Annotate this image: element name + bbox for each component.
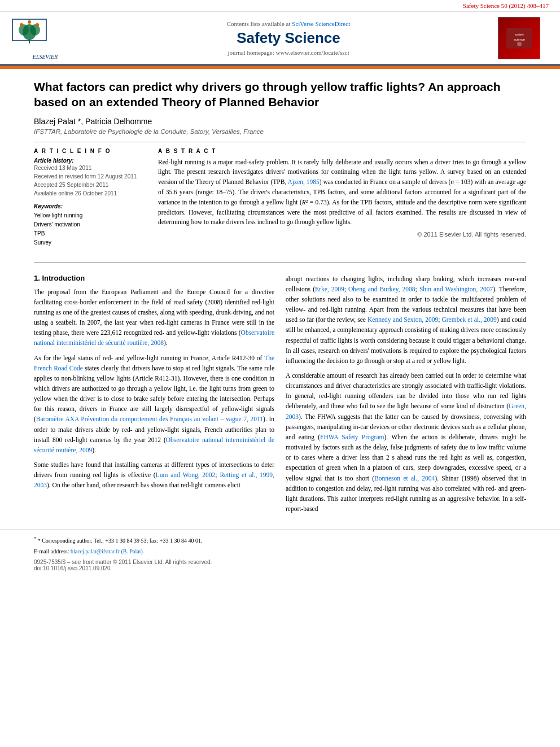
- body-para-3: Some studies have found that installing …: [34, 460, 274, 490]
- section1-heading: 1. Introduction: [34, 274, 274, 282]
- revised-date: Received in revised form 12 August 2011: [34, 172, 147, 181]
- body-para-1: The proposal from the European Parliamen…: [34, 287, 274, 348]
- contents-available-text: Contents lists available at SciVerse Sci…: [85, 20, 492, 27]
- corresponding-author-note: * * Corresponding author. Tel.: +33 1 30…: [34, 536, 526, 545]
- article-main-section: What factors can predict why drivers go …: [0, 69, 560, 274]
- french-road-code-link[interactable]: The French Road Code: [34, 355, 274, 372]
- obeng-link[interactable]: Obeng and Burkey, 2008: [348, 286, 415, 292]
- svg-text:safety: safety: [514, 33, 523, 36]
- ajzen-link[interactable]: Ajzen, 1985: [288, 178, 320, 185]
- header-divider: [34, 142, 526, 142]
- bonneson-link[interactable]: Bonneson et al., 2004: [374, 475, 435, 482]
- svg-point-6: [28, 20, 31, 24]
- body-col-right: abrupt reactions to changing lights, inc…: [286, 274, 526, 519]
- svg-point-3: [19, 24, 29, 36]
- abstract-divider: [34, 262, 526, 263]
- elsevier-logo-icon: [11, 16, 68, 50]
- barometre-link[interactable]: Baromètre AXA Prévention du comportement…: [36, 416, 263, 422]
- keyword-1: Yellow-light running: [34, 211, 147, 220]
- accepted-date: Accepted 25 September 2011: [34, 181, 147, 189]
- body-para-r2: A considerable amount of research has al…: [286, 370, 526, 514]
- abstract-header: A B S T R A C T: [158, 148, 526, 154]
- article-history-block: Article history: Received 13 May 2011 Re…: [34, 158, 147, 198]
- journal-title: Safety Science: [85, 29, 492, 47]
- observatoire-link-1[interactable]: Observatoire national interministériel d…: [34, 329, 274, 346]
- retting-link[interactable]: Retting et al., 1999, 2003: [34, 471, 274, 488]
- copyright-text: © 2011 Elsevier Ltd. All rights reserved…: [158, 231, 526, 238]
- erke-link[interactable]: Erke, 2009: [315, 286, 344, 292]
- issn-line: 0925-7535/$ – see front matter © 2011 El…: [34, 559, 526, 571]
- author-email-link[interactable]: blazej.palat@ifsttar.fr (B. Palat).: [71, 548, 144, 554]
- observatoire-link-2[interactable]: Observatoire national interministériel d…: [34, 436, 274, 453]
- safety-science-icon-badge: safety science: [498, 17, 540, 59]
- kennedy-link[interactable]: Kennedy and Sexton, 2009: [368, 316, 438, 323]
- journal-ref-text: Safety Science 50 (2012) 408–417: [463, 2, 549, 9]
- journal-badge-area: safety science: [498, 17, 549, 59]
- received-date: Received 13 May 2011: [34, 164, 147, 172]
- article-info-header: A R T I C L E I N F O: [34, 148, 147, 154]
- green-link[interactable]: Green, 2003: [286, 403, 526, 420]
- elsevier-brand-text: ELSEVIER: [11, 54, 79, 60]
- history-label: Article history:: [34, 158, 147, 164]
- sciverse-link[interactable]: SciVerse ScienceDirect: [292, 20, 350, 27]
- shin-link[interactable]: Shin and Washington, 2007: [419, 286, 493, 292]
- info-abstract-row: A R T I C L E I N F O Article history: R…: [34, 148, 526, 253]
- badge-visual: safety science: [505, 27, 533, 50]
- affiliation-text: IFSTTAR, Laboratoire de Psychologie de l…: [34, 128, 526, 135]
- available-date: Available online 26 October 2011: [34, 189, 147, 198]
- article-footer: * * Corresponding author. Tel.: +33 1 30…: [0, 530, 560, 574]
- grembek-link[interactable]: Grembek et al., 2009: [441, 316, 496, 323]
- journal-header: ELSEVIER Contents lists available at Sci…: [0, 12, 560, 65]
- body-content-section: 1. Introduction The proposal from the Eu…: [0, 274, 560, 530]
- keywords-block: Keywords: Yellow-light running Drivers' …: [34, 203, 147, 247]
- authors-line: Blazej Palat *, Patricia Delhomme: [34, 117, 526, 126]
- abstract-col: A B S T R A C T Red-light running is a m…: [158, 148, 526, 253]
- email-note: E-mail address: blazej.palat@ifsttar.fr …: [34, 547, 526, 556]
- svg-point-4: [30, 24, 40, 36]
- journal-reference-bar: Safety Science 50 (2012) 408–417: [0, 0, 560, 12]
- journal-homepage-text: journal homepage: www.elsevier.com/locat…: [85, 49, 492, 56]
- body-para-r1: abrupt reactions to changing lights, inc…: [286, 274, 526, 366]
- article-info-col: A R T I C L E I N F O Article history: R…: [34, 148, 147, 253]
- svg-point-7: [36, 23, 39, 27]
- keyword-2: Drivers' motivation: [34, 220, 147, 229]
- body-para-2: As for the legal status of red- and yell…: [34, 353, 274, 456]
- abstract-body: Red-light running is a major road-safety…: [158, 158, 526, 228]
- keywords-label: Keywords:: [34, 203, 147, 209]
- body-col-left: 1. Introduction The proposal from the Eu…: [34, 274, 274, 519]
- svg-text:science: science: [513, 38, 525, 41]
- journal-info-center: Contents lists available at SciVerse Sci…: [85, 20, 492, 56]
- lum-link[interactable]: Lum and Wong, 2002: [156, 471, 216, 478]
- svg-point-11: [517, 42, 522, 46]
- keyword-3: TPB: [34, 229, 147, 238]
- fhwa-link[interactable]: FHWA Safety Program: [320, 434, 384, 440]
- elsevier-logo-area: ELSEVIER: [11, 16, 79, 60]
- article-title: What factors can predict why drivers go …: [34, 79, 526, 110]
- keyword-4: Survey: [34, 238, 147, 247]
- svg-point-5: [20, 23, 23, 27]
